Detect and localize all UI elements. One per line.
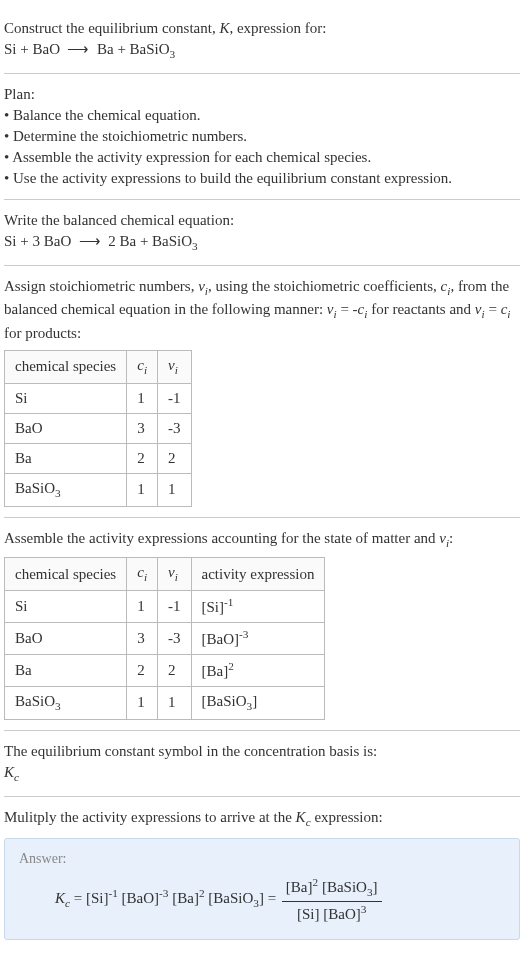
- table-row: Si 1 -1: [5, 383, 192, 413]
- activity-intro: Assemble the activity expressions accoun…: [4, 528, 520, 552]
- cell-vi: 2: [158, 655, 192, 687]
- table-row: BaSiO3 1 1 [BaSiO3]: [5, 687, 325, 720]
- col-ci: ci: [127, 558, 158, 591]
- cell-species: BaO: [5, 413, 127, 443]
- activity-section: Assemble the activity expressions accoun…: [4, 518, 520, 731]
- cell-expr: [BaO]-3: [191, 623, 325, 655]
- cell-species: BaO: [5, 623, 127, 655]
- cell-vi: -1: [158, 383, 192, 413]
- question-header: Construct the equilibrium constant, K, e…: [4, 8, 520, 74]
- cell-expr: [Ba]2: [191, 655, 325, 687]
- cell-ci: 1: [127, 687, 158, 720]
- balanced-section: Write the balanced chemical equation: Si…: [4, 200, 520, 266]
- cell-ci: 3: [127, 623, 158, 655]
- final-section: Mulitply the activity expressions to arr…: [4, 797, 520, 950]
- cell-vi: -3: [158, 413, 192, 443]
- plan-section: Plan: • Balance the chemical equation. •…: [4, 74, 520, 200]
- cell-ci: 2: [127, 443, 158, 473]
- table-header-row: chemical species ci νi activity expressi…: [5, 558, 325, 591]
- cell-ci: 3: [127, 413, 158, 443]
- col-species: chemical species: [5, 558, 127, 591]
- kc-symbol: Kc: [4, 762, 520, 786]
- cell-ci: 1: [127, 591, 158, 623]
- col-vi: νi: [158, 558, 192, 591]
- stoich-intro: Assign stoichiometric numbers, νi, using…: [4, 276, 520, 345]
- cell-species: Si: [5, 383, 127, 413]
- cell-vi: -3: [158, 623, 192, 655]
- table-row: BaO 3 -3: [5, 413, 192, 443]
- plan-step: • Use the activity expressions to build …: [4, 168, 520, 189]
- kc-symbol-section: The equilibrium constant symbol in the c…: [4, 731, 520, 797]
- answer-label: Answer:: [19, 849, 505, 869]
- cell-vi: -1: [158, 591, 192, 623]
- balanced-equation: Si + 3 BaO ⟶ 2 Ba + BaSiO3: [4, 231, 520, 255]
- cell-species: BaSiO3: [5, 687, 127, 720]
- fraction-denominator: [Si] [BaO]3: [282, 902, 382, 925]
- cell-ci: 1: [127, 473, 158, 506]
- activity-table: chemical species ci νi activity expressi…: [4, 557, 325, 720]
- table-row: Ba 2 2 [Ba]2: [5, 655, 325, 687]
- fraction-numerator: [Ba]2 [BaSiO3]: [282, 875, 382, 902]
- unbalanced-equation: Si + BaO ⟶ Ba + BaSiO3: [4, 39, 520, 63]
- table-row: Si 1 -1 [Si]-1: [5, 591, 325, 623]
- final-expression: Kc = [Si]-1 [BaO]-3 [Ba]2 [BaSiO3] = [Ba…: [19, 875, 505, 925]
- table-row: BaSiO3 1 1: [5, 473, 192, 506]
- col-vi: νi: [158, 351, 192, 384]
- cell-species: Ba: [5, 655, 127, 687]
- fraction: [Ba]2 [BaSiO3] [Si] [BaO]3: [282, 875, 382, 925]
- answer-box: Answer: Kc = [Si]-1 [BaO]-3 [Ba]2 [BaSiO…: [4, 838, 520, 939]
- cell-species: Ba: [5, 443, 127, 473]
- col-expr: activity expression: [191, 558, 325, 591]
- final-intro: Mulitply the activity expressions to arr…: [4, 807, 520, 831]
- stoich-section: Assign stoichiometric numbers, νi, using…: [4, 266, 520, 518]
- prompt-text: Construct the equilibrium constant, K, e…: [4, 18, 520, 39]
- col-ci: ci: [127, 351, 158, 384]
- plan-step: • Assemble the activity expression for e…: [4, 147, 520, 168]
- stoich-table: chemical species ci νi Si 1 -1 BaO 3 -3 …: [4, 350, 192, 507]
- cell-species: BaSiO3: [5, 473, 127, 506]
- balanced-intro: Write the balanced chemical equation:: [4, 210, 520, 231]
- kc-symbol-intro: The equilibrium constant symbol in the c…: [4, 741, 520, 762]
- plan-step: • Determine the stoichiometric numbers.: [4, 126, 520, 147]
- col-species: chemical species: [5, 351, 127, 384]
- plan-title: Plan:: [4, 84, 520, 105]
- cell-vi: 1: [158, 473, 192, 506]
- table-row: BaO 3 -3 [BaO]-3: [5, 623, 325, 655]
- cell-vi: 2: [158, 443, 192, 473]
- plan-step: • Balance the chemical equation.: [4, 105, 520, 126]
- cell-species: Si: [5, 591, 127, 623]
- table-header-row: chemical species ci νi: [5, 351, 192, 384]
- cell-expr: [BaSiO3]: [191, 687, 325, 720]
- table-row: Ba 2 2: [5, 443, 192, 473]
- cell-vi: 1: [158, 687, 192, 720]
- cell-ci: 1: [127, 383, 158, 413]
- cell-ci: 2: [127, 655, 158, 687]
- cell-expr: [Si]-1: [191, 591, 325, 623]
